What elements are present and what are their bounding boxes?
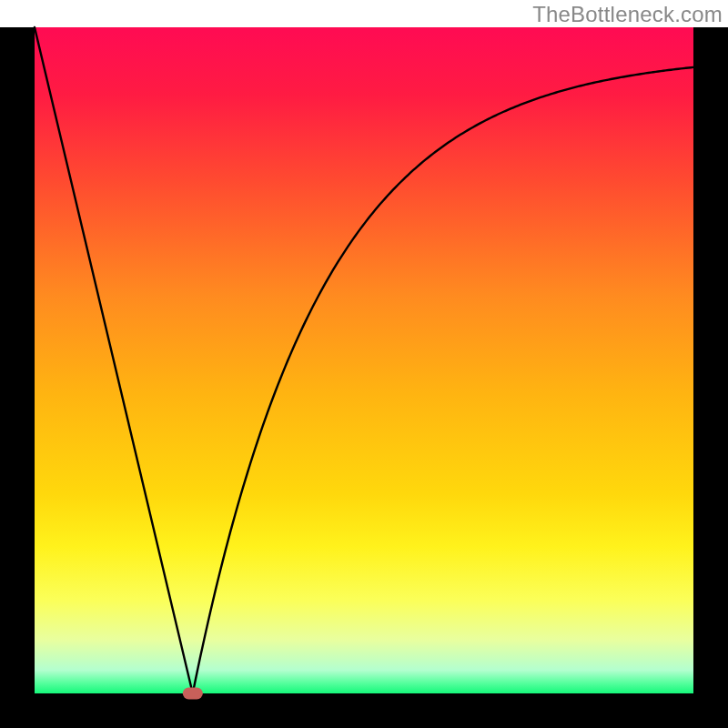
chart-svg — [0, 0, 728, 728]
minimum-marker — [183, 688, 203, 700]
chart-container: TheBottleneck.com — [0, 0, 728, 728]
attribution-text: TheBottleneck.com — [532, 2, 723, 27]
top-white-strip — [0, 0, 464, 27]
plot-area — [35, 27, 693, 693]
